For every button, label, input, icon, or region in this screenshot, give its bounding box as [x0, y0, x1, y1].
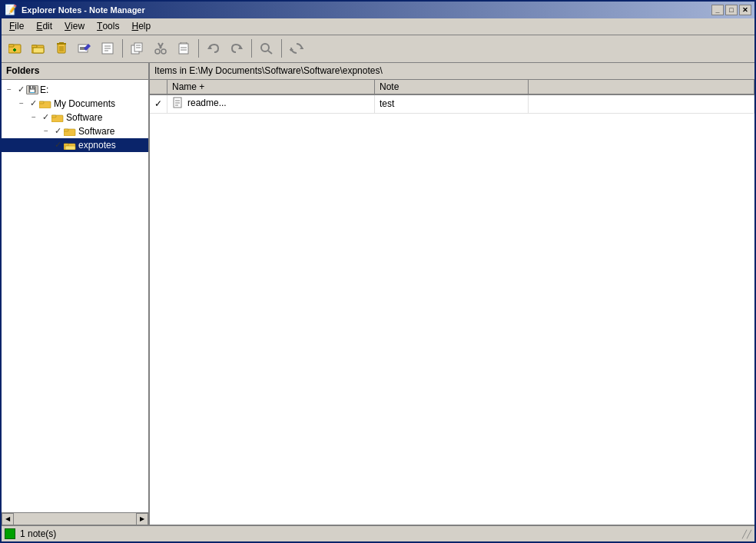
minimize-button[interactable]: _: [711, 5, 724, 15]
title-bar-buttons: _ □ ✕: [711, 5, 751, 15]
redo-button[interactable]: [226, 38, 247, 59]
close-button[interactable]: ✕: [739, 5, 751, 15]
undo-icon: [207, 42, 220, 55]
drive-icon: 💾: [26, 85, 38, 94]
row-note-cell: test: [375, 94, 529, 114]
find-icon: [260, 42, 274, 55]
tree-item-label: Software: [66, 112, 102, 123]
sync-icon: [290, 42, 303, 55]
left-panel: Folders − ✓ 💾 E: − ✓: [2, 63, 150, 525]
separator-3: [251, 39, 252, 58]
check-icon: ✓: [52, 140, 63, 150]
tree-item-e-drive[interactable]: − ✓ 💾 E:: [2, 83, 148, 97]
svg-line-36: [268, 51, 272, 54]
cut-icon: [154, 42, 167, 55]
tree-item-my-documents[interactable]: − ✓ My Documents: [2, 97, 148, 111]
menu-view[interactable]: View: [58, 18, 91, 34]
redo-icon: [230, 42, 244, 55]
check-icon: ✓: [28, 98, 38, 108]
row-check-icon: ✓: [154, 98, 162, 109]
horizontal-scrollbar[interactable]: ◀ ▶: [2, 512, 148, 525]
expand-icon[interactable]: −: [28, 111, 40, 124]
svg-rect-44: [64, 129, 68, 131]
check-icon: ✓: [52, 126, 63, 136]
items-path-header: Items in E:\My Documents\Software\Softwa…: [150, 63, 754, 80]
row-extra-cell: [529, 94, 754, 114]
menu-edit[interactable]: Edit: [30, 18, 58, 34]
tree-item-label: E:: [40, 84, 48, 95]
toolbar: [2, 35, 754, 63]
cut-button[interactable]: [150, 38, 171, 59]
status-indicator: [5, 528, 15, 539]
scroll-left-button[interactable]: ◀: [2, 513, 14, 525]
menu-file[interactable]: File: [3, 18, 30, 34]
svg-rect-9: [59, 42, 64, 44]
tree-item-expnotes[interactable]: ✓ expnotes: [2, 138, 148, 152]
app-icon: 📝: [5, 4, 17, 15]
menu-bar: File Edit View Tools Help: [2, 18, 754, 35]
separator-2: [198, 39, 199, 58]
svg-rect-1: [8, 45, 14, 47]
properties-button[interactable]: [97, 38, 118, 59]
folder-icon: [63, 126, 77, 137]
row-check-cell: ✓: [150, 94, 167, 114]
open-icon: [32, 42, 45, 55]
scroll-right-button[interactable]: ▶: [136, 513, 148, 525]
check-icon: ✓: [15, 84, 26, 94]
rename-button[interactable]: [74, 38, 95, 59]
folder-tree[interactable]: − ✓ 💾 E: − ✓ My Documents: [2, 80, 148, 513]
title-bar-left: 📝 Explorer Notes - Note Manager: [5, 4, 145, 15]
svg-point-28: [161, 49, 166, 54]
menu-help[interactable]: Help: [125, 18, 157, 34]
table-header-row: Name + Note: [150, 80, 754, 94]
window-title: Explorer Notes - Note Manager: [22, 5, 145, 15]
svg-rect-42: [51, 115, 56, 118]
open-button[interactable]: [28, 38, 49, 59]
expand-icon[interactable]: −: [15, 98, 28, 110]
sync-button[interactable]: [286, 38, 307, 59]
paste-button[interactable]: [173, 38, 194, 59]
app-window: 📝 Explorer Notes - Note Manager _ □ ✕ Fi…: [0, 0, 756, 543]
delete-button[interactable]: [51, 38, 72, 59]
new-folder-icon: [8, 42, 22, 55]
maximize-button[interactable]: □: [725, 5, 738, 15]
status-text: 1 note(s): [20, 528, 56, 539]
tree-item-label: Software: [78, 126, 114, 137]
rename-icon: [78, 42, 91, 55]
tree-item-software2[interactable]: − ✓ Software: [2, 124, 148, 138]
separator-4: [281, 39, 282, 58]
col-header-extra: [529, 80, 754, 94]
find-button[interactable]: [256, 38, 277, 59]
copy-icon: [131, 42, 144, 55]
right-panel: Items in E:\My Documents\Software\Softwa…: [150, 63, 754, 525]
folder-icon: [38, 98, 52, 109]
items-path-text: Items in E:\My Documents\Software\Softwa…: [154, 65, 383, 76]
row-name-content: readme...: [172, 97, 227, 109]
resize-grip-icon[interactable]: ╱╱: [742, 530, 751, 538]
svg-rect-30: [179, 44, 188, 54]
copy-button[interactable]: [127, 38, 148, 59]
note-file-icon: [172, 97, 184, 109]
svg-rect-47: [65, 146, 75, 150]
new-folder-button[interactable]: [5, 38, 26, 59]
main-container: Folders − ✓ 💾 E: − ✓: [2, 63, 754, 525]
table-row[interactable]: ✓: [150, 94, 754, 114]
svg-rect-46: [64, 144, 68, 146]
scroll-track[interactable]: [14, 513, 136, 525]
tree-item-label: My Documents: [54, 98, 115, 109]
check-icon: ✓: [40, 112, 51, 122]
items-table: Name + Note ✓: [150, 80, 754, 525]
menu-tools[interactable]: Tools: [91, 18, 125, 34]
tree-item-software1[interactable]: − ✓ Software: [2, 111, 148, 124]
col-header-name[interactable]: Name +: [167, 80, 375, 94]
svg-point-35: [261, 44, 269, 51]
tree-item-label: expnotes: [78, 140, 116, 151]
col-header-check: [150, 80, 167, 94]
expand-icon[interactable]: −: [3, 84, 15, 96]
undo-button[interactable]: [203, 38, 224, 59]
col-header-note[interactable]: Note: [375, 80, 529, 94]
row-name-cell[interactable]: readme...: [167, 94, 375, 114]
svg-point-27: [155, 49, 160, 54]
expand-icon[interactable]: −: [40, 125, 52, 137]
folder-open-icon: [63, 140, 77, 151]
